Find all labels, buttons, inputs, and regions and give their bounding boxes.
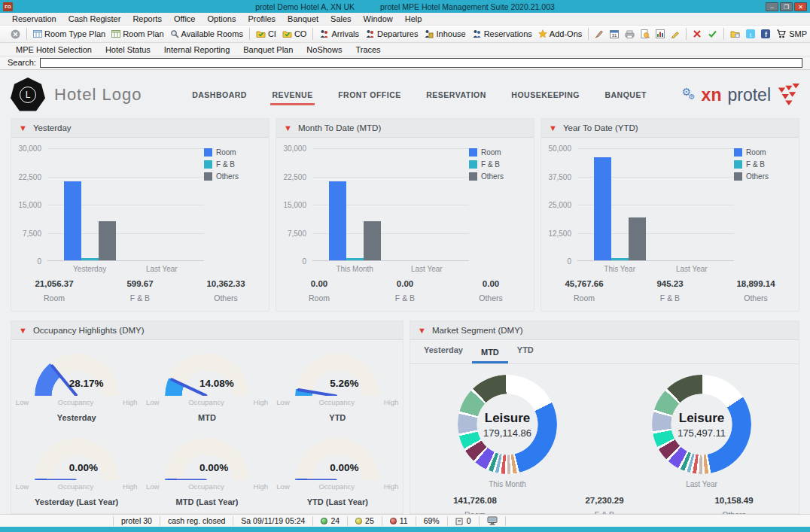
total-value: 45,767.66	[541, 279, 627, 288]
menu-item-reservation[interactable]: Reservation	[6, 14, 62, 23]
tab-revenue[interactable]: REVENUE	[270, 84, 314, 105]
window-title-app: protel MPE Hotel Management Suite 2020.2…	[380, 2, 555, 11]
mpe-hotel-selection-button[interactable]: MPE Hotel Selection	[9, 45, 99, 54]
search-input[interactable]	[40, 58, 802, 68]
total-label: Others	[448, 293, 534, 302]
gauge-ytd-last-year: 0.00%LowOccupancyHighYTD (Last Year)	[273, 429, 403, 513]
settings-gears-icon[interactable]: ⚙⚙	[682, 87, 697, 103]
folder-button[interactable]	[727, 26, 743, 41]
bar-room	[329, 181, 346, 260]
signature-button[interactable]	[668, 26, 683, 41]
stamp-button[interactable]	[592, 26, 607, 41]
noshows-button[interactable]: NoShows	[300, 45, 349, 54]
plot-area: This MonthLast Year	[312, 148, 469, 261]
collapse-triangle-icon[interactable]: ▼	[284, 124, 292, 132]
cancel-x-button[interactable]	[690, 26, 705, 41]
donut-center: Leisure179,114.86	[458, 375, 557, 474]
maximize-button[interactable]: ❐	[780, 2, 793, 11]
total-others: 0.00Others	[448, 279, 534, 302]
toolbar-separator	[249, 28, 250, 40]
status-24: 24	[312, 516, 347, 526]
tab-dashboard[interactable]: DASHBOARD	[190, 84, 248, 105]
departures-button[interactable]: Departures	[362, 26, 421, 41]
room-type-plan-button[interactable]: Room Type Plan	[30, 26, 108, 41]
bar-chart: 50,00037,50025,00012,5000This YearLast Y…	[541, 138, 799, 261]
gauge-yesterday-last-year: 0.00%LowOccupancyHighYesterday (Last Yea…	[11, 429, 142, 513]
banquet-plan-button[interactable]: Banquet Plan	[236, 45, 300, 54]
tab-reservation[interactable]: RESERVATION	[425, 84, 488, 105]
secondary-toolbar: MPE Hotel SelectionHotel StatusInternal …	[0, 43, 810, 56]
available-rooms-button[interactable]: Available Rooms	[167, 26, 246, 41]
gauge-scale-high: High	[123, 398, 138, 406]
document-search-button[interactable]	[638, 26, 653, 41]
panel-header: ▼Month To Date (MTD)	[276, 119, 534, 138]
dashboard-tabs: DASHBOARDREVENUEFRONT OFFICERESERVATIONH…	[142, 84, 681, 105]
gauge-caption: Yesterday	[57, 413, 96, 422]
smp-button[interactable]: SMP	[773, 26, 810, 41]
menu-item-banquet[interactable]: Banquet	[282, 14, 324, 23]
donut-center-label: Leisure	[679, 411, 724, 426]
gauge-arc-area	[35, 438, 119, 480]
x-category-label: Yesterday	[73, 265, 106, 273]
hotel-status-button[interactable]: Hotel Status	[99, 45, 157, 54]
menu-item-sales[interactable]: Sales	[324, 14, 358, 23]
traces-button[interactable]: Traces	[349, 45, 387, 54]
gauge-needle	[297, 479, 337, 481]
gauge-caption: MTD (Last Year)	[176, 497, 239, 506]
arrivals-button[interactable]: Arrivals	[316, 26, 362, 41]
add-ons-button[interactable]: Add-Ons	[535, 26, 585, 41]
co-button[interactable]: CO	[279, 26, 310, 41]
printer-button[interactable]	[622, 26, 638, 41]
menu-item-profiles[interactable]: Profiles	[242, 14, 282, 23]
facebook-button[interactable]: f	[758, 26, 773, 41]
tab-housekeeping[interactable]: HOUSEKEEPING	[510, 84, 581, 105]
menu-item-reports[interactable]: Reports	[126, 14, 168, 23]
y-axis: 30,00022,50015,0007,5000	[14, 148, 47, 261]
minimize-button[interactable]: –	[766, 2, 778, 11]
status-sa-09-11-19-05-24: Sa 09/11/19 05:24	[233, 516, 312, 526]
close-button[interactable]: ✕	[794, 2, 807, 11]
gridline	[577, 148, 734, 149]
ci-button[interactable]: CI	[253, 26, 279, 41]
stamp-icon	[595, 29, 604, 38]
bottom-accent-strip	[0, 527, 810, 532]
menu-item-options[interactable]: Options	[201, 14, 242, 23]
tab-banquet[interactable]: BANQUET	[603, 84, 647, 105]
chart-button[interactable]	[653, 26, 668, 41]
y-tick-label: 7,500	[288, 229, 306, 237]
collapse-triangle-icon[interactable]: ▼	[549, 124, 557, 132]
menu-item-help[interactable]: Help	[399, 14, 428, 23]
market-tab-ytd[interactable]: YTD	[508, 345, 543, 363]
market-tab-mtd[interactable]: MTD	[472, 348, 508, 363]
legend: RoomF & BOthers	[734, 148, 793, 261]
calendar-button[interactable]: 31	[607, 26, 622, 41]
menu-item-window[interactable]: Window	[358, 14, 399, 23]
total-value: 0.00	[448, 279, 534, 288]
printer-icon	[625, 29, 635, 38]
collapse-triangle-icon[interactable]: ▼	[19, 327, 27, 335]
menu-item-office[interactable]: Office	[168, 14, 202, 23]
room-plan-button[interactable]: Room Plan	[108, 26, 166, 41]
menu-item-cash-register[interactable]: Cash Register	[62, 14, 127, 23]
collapse-triangle-icon[interactable]: ▼	[418, 327, 426, 335]
twitter-button[interactable]: t	[743, 26, 758, 41]
inhouse-button[interactable]: Inhouse	[421, 26, 468, 41]
collapse-triangle-icon[interactable]: ▼	[19, 124, 27, 132]
tab-front-office[interactable]: FRONT OFFICE	[336, 84, 403, 105]
gauge-arc-area	[295, 354, 379, 396]
confirm-check-button[interactable]	[705, 26, 720, 41]
reservations-button[interactable]: Reservations	[469, 26, 535, 41]
window-title: protel Demo Hotel A, XN UK protel MPE Ho…	[0, 2, 810, 11]
market-panel-header: ▼ Market Segment (DMY)	[410, 321, 799, 340]
close-circle-icon	[11, 29, 20, 39]
market-tab-yesterday[interactable]: Yesterday	[415, 345, 472, 363]
y-tick-label: 22,500	[18, 172, 41, 181]
bar-room	[594, 157, 611, 260]
close-circle-button[interactable]	[8, 26, 23, 41]
hotel-logo-letter: L	[20, 87, 36, 103]
x-category-label: Last Year	[146, 265, 178, 273]
gauge-scale-high: High	[384, 398, 399, 406]
internal-reporting-button[interactable]: Internal Reporting	[157, 45, 236, 54]
search-row: Search:	[0, 56, 810, 70]
bar-f-b	[611, 258, 629, 260]
